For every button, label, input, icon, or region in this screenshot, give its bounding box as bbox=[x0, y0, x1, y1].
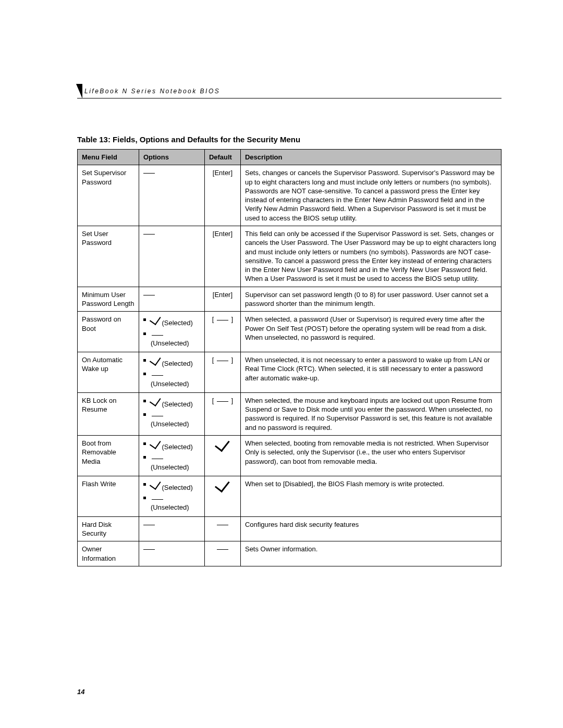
option-selected: (Selected) bbox=[143, 479, 200, 493]
security-menu-table: Menu Field Options Default Description S… bbox=[77, 149, 501, 566]
table-row: On Automatic Wake up (Selected) (Unselec… bbox=[78, 352, 501, 393]
header-corner-icon bbox=[76, 84, 82, 98]
option-selected-label: (Selected) bbox=[162, 400, 193, 408]
description-cell: When selected, a password (User or Super… bbox=[240, 312, 501, 352]
check-icon bbox=[150, 354, 161, 366]
options-list: (Selected) (Unselected) bbox=[143, 396, 200, 430]
check-icon bbox=[150, 313, 161, 325]
dash-icon bbox=[143, 549, 155, 550]
default-cell bbox=[204, 312, 240, 352]
table-row: Boot from Removable Media (Selected) (Un… bbox=[78, 436, 501, 476]
menu-field-cell: Set User Password bbox=[78, 226, 139, 287]
option-unselected-label: (Unselected) bbox=[151, 380, 189, 388]
options-cell bbox=[139, 226, 204, 287]
col-header-options: Options bbox=[139, 150, 204, 165]
default-cell bbox=[204, 436, 240, 476]
option-unselected-label: (Unselected) bbox=[151, 420, 189, 428]
option-selected-label: (Selected) bbox=[162, 360, 193, 367]
menu-field-cell: Password on Boot bbox=[78, 312, 139, 352]
page-number: 14 bbox=[77, 688, 84, 696]
option-selected: (Selected) bbox=[143, 439, 200, 452]
col-header-default: Default bbox=[204, 150, 240, 165]
bracket-blank-icon bbox=[212, 315, 233, 323]
option-unselected: (Unselected) bbox=[143, 410, 200, 430]
default-cell: [Enter] bbox=[204, 287, 240, 312]
options-cell: (Selected) (Unselected) bbox=[139, 476, 204, 516]
menu-field-cell: On Automatic Wake up bbox=[78, 352, 139, 393]
description-cell: When unselected, it is not necessary to … bbox=[240, 352, 501, 393]
bracket-blank-icon bbox=[212, 356, 233, 364]
check-icon bbox=[215, 436, 230, 452]
option-unselected: (Unselected) bbox=[143, 369, 200, 389]
blank-line-icon bbox=[152, 375, 163, 376]
description-cell: When set to [Disabled], the BIOS Flash m… bbox=[240, 476, 501, 516]
options-list: (Selected) (Unselected) bbox=[143, 355, 200, 389]
default-cell: [Enter] bbox=[204, 226, 240, 287]
running-head-text: LifeBook N Series Notebook BIOS bbox=[84, 88, 220, 95]
option-selected: (Selected) bbox=[143, 355, 200, 369]
table-row: Owner InformationSets Owner information. bbox=[78, 541, 501, 566]
options-cell bbox=[139, 165, 204, 226]
menu-field-cell: Owner Information bbox=[78, 541, 139, 566]
default-cell bbox=[204, 352, 240, 393]
dash-icon bbox=[217, 549, 228, 550]
table-row: Flash Write (Selected) (Unselected)When … bbox=[78, 476, 501, 516]
table-row: Set Supervisor Password[Enter]Sets, chan… bbox=[78, 165, 501, 226]
menu-field-cell: Flash Write bbox=[78, 476, 139, 516]
options-cell bbox=[139, 287, 204, 312]
default-cell bbox=[204, 516, 240, 541]
description-cell: Sets, changes or cancels the Supervisor … bbox=[240, 165, 501, 226]
description-cell: Configures hard disk security features bbox=[240, 516, 501, 541]
option-selected-label: (Selected) bbox=[162, 319, 193, 327]
default-cell bbox=[204, 541, 240, 566]
options-cell bbox=[139, 541, 204, 566]
dash-icon bbox=[143, 525, 155, 525]
check-icon bbox=[150, 478, 161, 490]
blank-line-icon bbox=[217, 320, 228, 320]
option-unselected-label: (Unselected) bbox=[151, 463, 189, 471]
option-unselected: (Unselected) bbox=[143, 452, 200, 473]
description-cell: When selected, booting from removable me… bbox=[240, 436, 501, 476]
description-cell: This field can only be accessed if the S… bbox=[240, 226, 501, 287]
option-unselected-label: (Unselected) bbox=[151, 339, 189, 347]
description-cell: When selected, the mouse and keyboard in… bbox=[240, 392, 501, 435]
menu-field-cell: KB Lock on Resume bbox=[78, 392, 139, 435]
options-cell: (Selected) (Unselected) bbox=[139, 392, 204, 435]
table-row: Set User Password[Enter]This field can o… bbox=[78, 226, 501, 287]
check-icon bbox=[150, 437, 161, 449]
default-cell bbox=[204, 476, 240, 516]
table-row: KB Lock on Resume (Selected) (Unselected… bbox=[78, 392, 501, 435]
option-unselected: (Unselected) bbox=[143, 329, 200, 349]
col-header-field: Menu Field bbox=[78, 150, 139, 165]
option-selected-label: (Selected) bbox=[162, 443, 193, 451]
blank-line-icon bbox=[152, 459, 163, 459]
col-header-description: Description bbox=[240, 150, 501, 165]
options-cell: (Selected) (Unselected) bbox=[139, 436, 204, 476]
options-list: (Selected) (Unselected) bbox=[143, 315, 200, 349]
blank-line-icon bbox=[152, 416, 163, 416]
dash-icon bbox=[217, 525, 228, 525]
option-unselected-label: (Unselected) bbox=[151, 503, 189, 511]
description-cell: Sets Owner information. bbox=[240, 541, 501, 566]
bracket-blank-icon bbox=[212, 397, 233, 404]
dash-icon bbox=[143, 295, 155, 295]
default-cell: [Enter] bbox=[204, 165, 240, 226]
table-title: Table 13: Fields, Options and Defaults f… bbox=[77, 135, 501, 144]
dash-icon bbox=[143, 234, 155, 235]
menu-field-cell: Boot from Removable Media bbox=[78, 436, 139, 476]
option-selected: (Selected) bbox=[143, 396, 200, 410]
dash-icon bbox=[143, 173, 155, 174]
menu-field-cell: Minimum User Password Length bbox=[78, 287, 139, 312]
blank-line-icon bbox=[217, 401, 228, 402]
options-list: (Selected) (Unselected) bbox=[143, 479, 200, 513]
check-icon bbox=[150, 394, 161, 406]
option-selected: (Selected) bbox=[143, 315, 200, 328]
options-cell: (Selected) (Unselected) bbox=[139, 352, 204, 393]
table-row: Password on Boot (Selected) (Unselected)… bbox=[78, 312, 501, 352]
menu-field-cell: Set Supervisor Password bbox=[78, 165, 139, 226]
check-icon bbox=[215, 477, 230, 492]
blank-line-icon bbox=[152, 499, 163, 500]
blank-line-icon bbox=[152, 335, 163, 336]
page: LifeBook N Series Notebook BIOS Table 13… bbox=[0, 0, 563, 728]
description-cell: Supervisor can set password length (0 to… bbox=[240, 287, 501, 312]
